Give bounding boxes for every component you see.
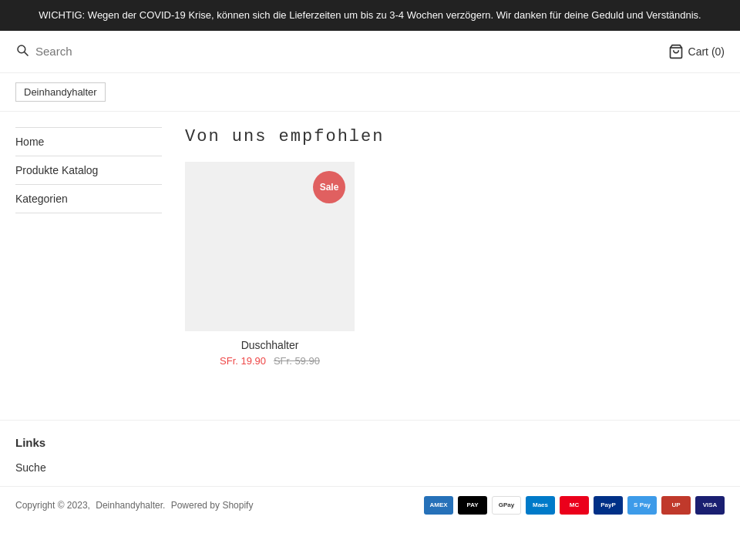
search-area bbox=[15, 43, 668, 59]
footer-shopify-link[interactable]: Powered by Shopify bbox=[171, 500, 254, 511]
sidebar-link-home[interactable]: Home bbox=[15, 128, 162, 156]
sidebar-item-kategorien[interactable]: Kategorien bbox=[15, 184, 162, 213]
payment-maestro: Maes bbox=[526, 496, 555, 515]
payment-union: UP bbox=[661, 496, 691, 515]
main-content: Von uns empfohlen Sale Duschhalter SFr. … bbox=[185, 127, 725, 404]
section-title: Von uns empfohlen bbox=[185, 127, 725, 146]
announcement-bar: WICHTIG: Wegen der COVID-19 Krise, könne… bbox=[0, 0, 740, 31]
footer-copyright: Copyright © 2023, Deinhandyhalter. Power… bbox=[15, 500, 253, 511]
sidebar-link-produkte[interactable]: Produkte Katalog bbox=[15, 156, 162, 184]
footer-link-suche[interactable]: Suche bbox=[15, 457, 725, 478]
copyright-text: Copyright © 2023, bbox=[15, 500, 90, 511]
footer-brand-link[interactable]: Deinhandyhalter. bbox=[96, 500, 165, 511]
announcement-text: WICHTIG: Wegen der COVID-19 Krise, könne… bbox=[39, 9, 701, 21]
search-icon[interactable] bbox=[15, 43, 29, 59]
product-grid: Sale Duschhalter SFr. 19.90 SFr. 59.90 bbox=[185, 162, 725, 367]
search-input[interactable] bbox=[35, 45, 190, 58]
product-prices: SFr. 19.90 SFr. 59.90 bbox=[185, 354, 355, 367]
sale-badge: Sale bbox=[313, 171, 345, 203]
footer-links-list: Suche bbox=[15, 457, 725, 478]
product-name: Duschhalter bbox=[185, 339, 355, 351]
price-original: SFr. 59.90 bbox=[274, 355, 320, 367]
sidebar-item-home[interactable]: Home bbox=[15, 127, 162, 156]
svg-point-0 bbox=[18, 45, 25, 53]
payment-amex: AMEX bbox=[424, 496, 453, 515]
sidebar-link-kategorien[interactable]: Kategorien bbox=[15, 185, 162, 213]
footer-link-suche-anchor[interactable]: Suche bbox=[15, 461, 46, 474]
sidebar-item-produkte[interactable]: Produkte Katalog bbox=[15, 156, 162, 184]
footer-links-title: Links bbox=[15, 436, 725, 449]
payment-paypal: PayP bbox=[594, 496, 623, 515]
product-image: Sale bbox=[185, 162, 355, 331]
logo-badge[interactable]: Deinhandyhalter bbox=[15, 82, 106, 102]
footer-links: Links Suche bbox=[0, 420, 740, 486]
logo-bar: Deinhandyhalter bbox=[0, 73, 740, 112]
sidebar: Home Produkte Katalog Kategorien bbox=[15, 127, 162, 404]
svg-line-1 bbox=[25, 52, 29, 56]
payment-apple: PAY bbox=[458, 496, 487, 515]
header: Cart (0) bbox=[0, 31, 740, 73]
cart-label: Cart (0) bbox=[688, 45, 725, 58]
product-card[interactable]: Sale Duschhalter SFr. 19.90 SFr. 59.90 bbox=[185, 162, 355, 367]
payment-visa: VISA bbox=[695, 496, 725, 515]
footer-bottom: Copyright © 2023, Deinhandyhalter. Power… bbox=[0, 486, 740, 524]
cart-link[interactable]: Cart (0) bbox=[668, 44, 725, 59]
payment-shopify: S Pay bbox=[627, 496, 657, 515]
price-sale: SFr. 19.90 bbox=[220, 355, 266, 367]
payment-mastercard: MC bbox=[560, 496, 589, 515]
main-layout: Home Produkte Katalog Kategorien Von uns… bbox=[0, 112, 740, 420]
sidebar-nav: Home Produkte Katalog Kategorien bbox=[15, 127, 162, 213]
payment-icons: AMEX PAY GPay Maes MC PayP S Pay UP VISA bbox=[424, 496, 725, 515]
payment-gpay: GPay bbox=[492, 496, 521, 515]
